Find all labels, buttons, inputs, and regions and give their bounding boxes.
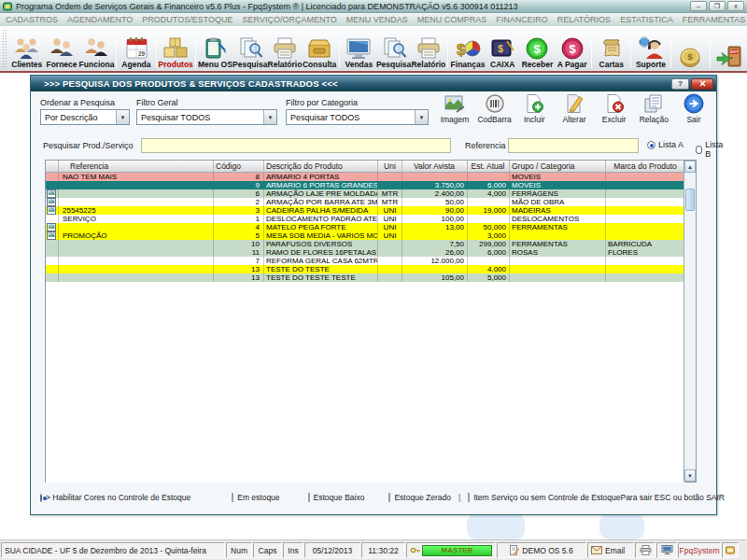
toolbar-cartas-button[interactable]: Cartas bbox=[594, 27, 628, 70]
calendar-icon: 29 bbox=[122, 36, 150, 61]
employees-people-icon bbox=[82, 36, 110, 61]
status-monitor-panel[interactable] bbox=[656, 542, 677, 558]
toolbar-relatorio-vendas-button[interactable]: Relatório bbox=[411, 27, 445, 70]
legend-separator: | bbox=[458, 493, 460, 502]
support-headset-icon bbox=[637, 36, 665, 61]
menu-ferramentas[interactable]: FERRAMENTAS bbox=[683, 15, 745, 24]
header-uni[interactable]: Uni bbox=[378, 161, 402, 172]
header-codigo[interactable]: Código bbox=[214, 161, 264, 172]
dialog-close-button[interactable] bbox=[691, 78, 713, 90]
toolbar-drag-handle[interactable] bbox=[2, 29, 7, 68]
toolbar-a-pagar-button[interactable]: $ A Pagar bbox=[555, 27, 589, 70]
scroll-down-icon[interactable]: ▼ bbox=[684, 469, 696, 482]
toolbar-agenda-button[interactable]: 29 Agenda bbox=[119, 27, 153, 70]
cell-val: 7,50 bbox=[402, 240, 468, 248]
habilitar-cores-radio[interactable] bbox=[40, 494, 42, 502]
chevron-down-icon: ▼ bbox=[415, 110, 428, 124]
menu-compras[interactable]: MENU COMPRAS bbox=[417, 15, 487, 24]
excluir-button[interactable]: Excluir bbox=[596, 93, 633, 131]
toolbar-relatorio-os-button[interactable]: Relatório bbox=[267, 27, 302, 70]
minimize-button[interactable]: – bbox=[690, 1, 707, 11]
table-row[interactable]: SERVIÇO1DESLOCAMENTO PADRAO ATE 100KMUNI… bbox=[46, 215, 684, 223]
menu-estatistica[interactable]: ESTATISTICA bbox=[620, 15, 673, 24]
menu-relatorios[interactable]: RELATÓRIOS bbox=[557, 15, 611, 24]
row-image-icon bbox=[47, 231, 56, 240]
exit-arrow-icon bbox=[683, 93, 705, 114]
toolbar-separator bbox=[116, 29, 117, 68]
header-grupo-categoria[interactable]: Grupo / Categoria bbox=[510, 161, 606, 172]
filtro-categoria-combobox[interactable]: Pesquisar TODOS ▼ bbox=[286, 109, 429, 125]
header-icon-col[interactable] bbox=[46, 161, 59, 172]
table-row[interactable]: 255452253CADEIRAS PALHA S/MEDIDAUNI90,00… bbox=[46, 206, 684, 215]
lista-a-radio[interactable]: Lista A bbox=[647, 140, 684, 149]
cell-ref: 25545225 bbox=[59, 206, 214, 215]
table-row[interactable]: 13TESTE DO TESTE4,000 bbox=[46, 265, 684, 273]
header-descricao[interactable]: Descrição do Produto bbox=[264, 161, 378, 172]
em-estoque-label: Em estoque bbox=[237, 493, 279, 502]
search-input[interactable] bbox=[141, 138, 451, 153]
scrollbar-thumb[interactable] bbox=[685, 189, 695, 211]
toolbar-pesquisa-os-button[interactable]: Pesquisa bbox=[233, 27, 267, 70]
cell-est bbox=[468, 198, 510, 206]
menu-cadastros[interactable]: CADASTROS bbox=[6, 15, 58, 24]
table-scrollbar[interactable]: ▲ ▼ bbox=[684, 161, 696, 482]
table-row[interactable]: 2ARMAÇÃO POR BARRA ATE 3MTRMTR50,00MÃO D… bbox=[46, 198, 684, 206]
referencia-input[interactable] bbox=[508, 138, 639, 153]
codbarra-button[interactable]: CodBarra bbox=[476, 93, 514, 131]
scroll-up-icon[interactable]: ▲ bbox=[684, 161, 696, 173]
toolbar-fornecedor-button[interactable]: Fornece bbox=[44, 27, 78, 70]
cell-est: 50,000 bbox=[468, 223, 510, 231]
status-date: 05/12/2013 bbox=[304, 542, 360, 558]
table-row[interactable]: 6ARMAÇÃO LAJE PRE MOLDADAMTR2.400,004,00… bbox=[46, 189, 684, 198]
table-row[interactable]: 7REFORMA GERAL CASA 62MTR12.000,00 bbox=[46, 257, 684, 265]
toolbar-caixa-button[interactable]: $ CAIXA bbox=[486, 27, 520, 70]
table-row[interactable]: 4MATELO PEGA FORTEUNI13,0050,000FERRAMEN… bbox=[46, 223, 684, 231]
toolbar-exit-button[interactable]: EXIT bbox=[712, 27, 747, 70]
header-marca[interactable]: Marca do Produto bbox=[606, 161, 684, 172]
table-row[interactable]: 11RAMO DE FLORES 16PETALAS26,006,000ROSA… bbox=[46, 248, 684, 257]
sair-button[interactable]: Sair bbox=[675, 93, 712, 131]
letter-scroll-icon bbox=[598, 36, 626, 61]
menu-financeiro[interactable]: FINANCEIRO bbox=[496, 15, 548, 24]
menu-servico-orcamento[interactable]: SERVIÇO/ORÇAMENTO bbox=[243, 15, 337, 24]
table-row[interactable]: NAO TEM MAIS8ARMARIO 4 PORTASMOVEIS bbox=[46, 173, 684, 181]
status-printer-panel[interactable] bbox=[635, 542, 655, 558]
close-button[interactable]: x bbox=[727, 1, 744, 11]
menu-vendas[interactable]: MENU VENDAS bbox=[346, 15, 408, 24]
cell-mar bbox=[606, 198, 684, 206]
toolbar-produtos-button[interactable]: Produtos bbox=[159, 27, 193, 70]
lista-b-radio[interactable]: Lista B bbox=[696, 140, 725, 159]
restore-button[interactable]: ❐ bbox=[709, 1, 726, 11]
incluir-button[interactable]: Incluir bbox=[515, 93, 553, 131]
toolbar-funcionario-button[interactable]: Funciona bbox=[79, 27, 115, 70]
table-row[interactable]: PROMOÇÃO5MESA SOB MEDIA - VARIOS MODELOS… bbox=[46, 231, 684, 240]
toolbar-coin-button[interactable]: $ bbox=[673, 27, 708, 70]
ordenar-combobox[interactable]: Por Descrição ▼ bbox=[40, 109, 130, 125]
menu-produtos-estoque[interactable]: PRODUTOS/ESTOQUE bbox=[142, 15, 233, 24]
header-est-atual[interactable]: Est. Atual bbox=[468, 161, 510, 172]
toolbar-suporte-button[interactable]: Suporte bbox=[633, 27, 668, 70]
toolbar-menu-os-button[interactable]: Menu OS bbox=[198, 27, 233, 70]
relacao-button[interactable]: Relação bbox=[635, 93, 672, 131]
header-valor-avista[interactable]: Valor Avista bbox=[402, 161, 468, 172]
imagem-button[interactable]: Imagem bbox=[436, 93, 473, 131]
dialog-help-button[interactable]: ? bbox=[671, 78, 689, 90]
toolbar-pesquisa-vendas-button[interactable]: Pesquisa bbox=[376, 27, 411, 70]
toolbar-vendas-button[interactable]: Vendas bbox=[342, 27, 376, 70]
table-row[interactable]: 10PARAFUSOS DIVERSOS7,50299,000FERRAMENT… bbox=[46, 240, 684, 248]
status-email-panel[interactable]: Email bbox=[587, 542, 634, 558]
toolbar-consulta-button[interactable]: Consulta bbox=[303, 27, 337, 70]
app-icon bbox=[3, 2, 12, 11]
main-toolbar: Clientes Fornece Funciona 29 Agenda Prod… bbox=[0, 26, 747, 71]
header-referencia[interactable]: Referencia bbox=[59, 161, 214, 172]
chevron-down-icon: ▼ bbox=[116, 110, 129, 124]
toolbar-financas-button[interactable]: $ Finanças bbox=[450, 27, 485, 70]
alterar-button[interactable]: Alterar bbox=[556, 93, 593, 131]
filtro-geral-combobox[interactable]: Pesquisar TODOS ▼ bbox=[136, 109, 277, 125]
table-row[interactable]: 13TESTE DO TESTE TESTE105,005,000 bbox=[46, 273, 684, 282]
table-row[interactable]: 9ARMARIO 6 PORTAS GRANDES3.750,006,000MO… bbox=[46, 181, 684, 189]
menu-agendamento[interactable]: AGENDAMENTO bbox=[67, 15, 133, 24]
toolbar-clientes-button[interactable]: Clientes bbox=[9, 27, 44, 70]
cell-desc: MATELO PEGA FORTE bbox=[264, 223, 378, 231]
toolbar-receber-button[interactable]: $ Receber bbox=[520, 27, 555, 70]
